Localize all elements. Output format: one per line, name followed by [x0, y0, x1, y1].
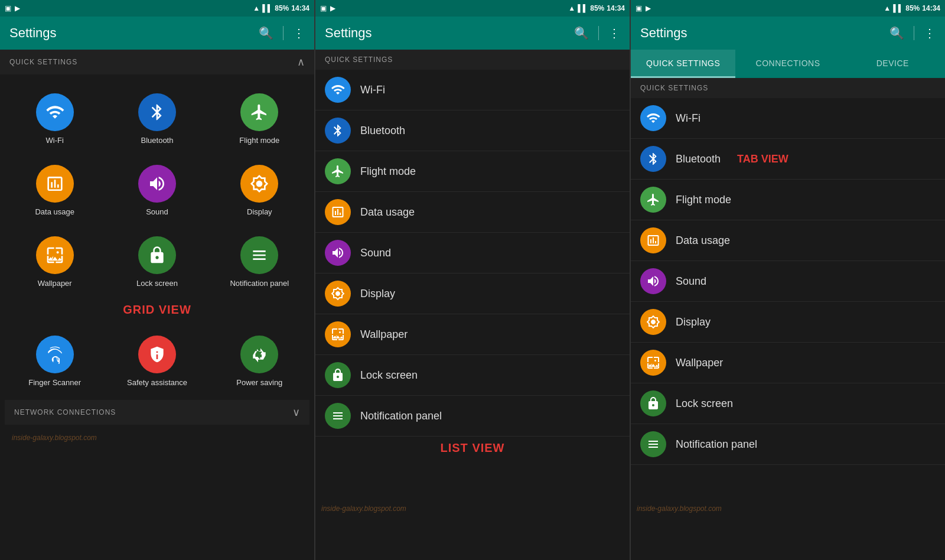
list-item-bluetooth[interactable]: Bluetooth: [315, 110, 630, 151]
play-icon-3: ▶: [646, 4, 651, 12]
divider-3: [914, 26, 914, 40]
tab-quick-settings[interactable]: Quick settings: [631, 50, 735, 78]
app-title-3: Settings: [640, 25, 687, 41]
list-content: Wi-Fi Bluetooth Flight mode Data usage S: [315, 70, 630, 560]
notification-icon-grid: [240, 236, 278, 274]
grid-item-wallpaper[interactable]: Wallpaper: [5, 227, 105, 296]
tab-device[interactable]: Device: [840, 50, 945, 78]
grid-item-lockscreen[interactable]: Lock screen: [107, 227, 207, 296]
notification-icon-tab: [640, 431, 666, 457]
screenshot-icon: ▣: [5, 4, 11, 12]
list-item-lockscreen[interactable]: Lock screen: [315, 355, 630, 396]
sound-label-tab: Sound: [676, 275, 706, 288]
grid-item-safety[interactable]: Safety assistance: [107, 326, 207, 395]
quick-settings-label-3: QUICK SETTINGS: [640, 84, 708, 92]
more-icon-2[interactable]: ⋮: [608, 26, 620, 40]
chevron-down-icon[interactable]: ∨: [292, 406, 300, 419]
lockscreen-icon-list: [325, 362, 351, 388]
display-icon-grid: [240, 165, 278, 203]
chevron-up-icon-1[interactable]: ∧: [297, 56, 305, 69]
data-icon-list: [325, 199, 351, 225]
lockscreen-label-list: Lock screen: [360, 369, 418, 382]
search-icon-1[interactable]: 🔍: [259, 26, 273, 40]
tab-connections[interactable]: Connections: [735, 50, 840, 78]
sound-icon-list: [325, 240, 351, 266]
section-header-quick-2: QUICK SETTINGS: [315, 50, 630, 70]
grid-view-label: GRID VIEW: [5, 301, 309, 321]
bluetooth-icon-grid: [138, 93, 176, 131]
divider-2: [598, 26, 599, 40]
wifi-status-icon-2: ▲: [568, 4, 575, 12]
lockscreen-icon-grid: [138, 236, 176, 274]
list-view-label: LIST VIEW: [441, 439, 505, 459]
flight-label-list: Flight mode: [360, 165, 416, 178]
status-bar-left-2: ▣ ▶: [320, 4, 335, 12]
search-icon-2[interactable]: 🔍: [574, 26, 589, 40]
display-icon-tab: [640, 309, 666, 335]
wifi-label-grid: Wi-Fi: [46, 136, 64, 146]
tab-list-content: Wi-Fi Bluetooth TAB VIEW Flight mode Dat…: [631, 98, 945, 560]
power-label-grid: Power saving: [236, 378, 282, 388]
grid-item-data[interactable]: Data usage: [5, 155, 105, 224]
finger-icon-grid: [36, 336, 74, 373]
tab-list-item-sound[interactable]: Sound: [631, 261, 945, 302]
data-icon-grid: [36, 165, 74, 203]
data-icon-tab: [640, 227, 666, 253]
notification-icon-list: [325, 403, 351, 429]
sound-icon-tab: [640, 268, 666, 294]
status-bar-2: ▣ ▶ ▲ ▌▌ 85% 14:34: [315, 0, 630, 17]
tab-list-item-notification[interactable]: Notification panel: [631, 424, 945, 465]
sound-label-list: Sound: [360, 247, 391, 259]
flight-icon-tab: [640, 187, 666, 213]
grid-item-notification[interactable]: Notification panel: [210, 227, 309, 296]
list-item-notification[interactable]: Notification panel: [315, 396, 630, 437]
wifi-icon-tab: [640, 105, 666, 131]
list-item-data[interactable]: Data usage: [315, 192, 630, 233]
battery-text-2: 85%: [590, 4, 604, 12]
grid-view-panel: ▣ ▶ ▲ ▌▌ 85% 14:34 Settings 🔍 ⋮ QUICK SE…: [0, 0, 315, 560]
list-item-display[interactable]: Display: [315, 274, 630, 314]
grid-item-flight[interactable]: Flight mode: [210, 84, 309, 153]
tab-list-item-display[interactable]: Display: [631, 302, 945, 343]
more-icon-1[interactable]: ⋮: [293, 26, 305, 40]
grid-item-power[interactable]: Power saving: [210, 326, 309, 395]
wifi-status-icon-3: ▲: [884, 4, 891, 12]
bluetooth-icon-tab: [640, 146, 666, 172]
list-view-label-container: LIST VIEW: [315, 437, 630, 460]
more-icon-3[interactable]: ⋮: [924, 26, 936, 40]
tab-list-item-wallpaper[interactable]: Wallpaper: [631, 343, 945, 383]
sound-label-grid: Sound: [146, 207, 168, 217]
status-bar-right-1: ▲ ▌▌ 85% 14:34: [253, 4, 309, 12]
time-3: 14:34: [922, 4, 940, 12]
tab-list-item-wifi[interactable]: Wi-Fi: [631, 98, 945, 139]
bluetooth-label-grid: Bluetooth: [141, 136, 174, 146]
tab-list-item-flight[interactable]: Flight mode: [631, 180, 945, 220]
time-1: 14:34: [291, 4, 309, 12]
display-icon-list: [325, 281, 351, 307]
signal-icon-2: ▌▌: [578, 4, 588, 12]
list-item-sound[interactable]: Sound: [315, 233, 630, 274]
list-item-flight[interactable]: Flight mode: [315, 151, 630, 192]
grid-item-wifi[interactable]: Wi-Fi: [5, 84, 105, 153]
data-label-tab: Data usage: [676, 235, 730, 247]
grid-item-sound[interactable]: Sound: [107, 155, 207, 224]
search-icon-3[interactable]: 🔍: [889, 26, 904, 40]
grid-item-finger[interactable]: Finger Scanner: [5, 326, 105, 395]
tab-list-item-bluetooth[interactable]: Bluetooth TAB VIEW: [631, 139, 945, 180]
list-item-wallpaper[interactable]: Wallpaper: [315, 314, 630, 355]
bluetooth-label-tab: Bluetooth: [676, 153, 721, 165]
notification-label-list: Notification panel: [360, 410, 442, 422]
app-title-1: Settings: [9, 25, 57, 41]
status-bar-1: ▣ ▶ ▲ ▌▌ 85% 14:34: [0, 0, 314, 17]
screenshot-icon-3: ▣: [636, 4, 642, 12]
status-bar-left-1: ▣ ▶: [5, 4, 20, 12]
sound-icon-grid: [138, 165, 176, 203]
tab-list-item-data[interactable]: Data usage: [631, 220, 945, 261]
tab-list-item-lockscreen[interactable]: Lock screen: [631, 383, 945, 424]
grid-content: Wi-Fi Bluetooth Flight mode: [0, 74, 314, 560]
grid-item-bluetooth[interactable]: Bluetooth: [107, 84, 207, 153]
grid-item-display[interactable]: Display: [210, 155, 309, 224]
tab-bar: Quick settings Connections Device: [631, 50, 945, 78]
wifi-icon-grid: [36, 93, 74, 131]
list-item-wifi[interactable]: Wi-Fi: [315, 70, 630, 110]
